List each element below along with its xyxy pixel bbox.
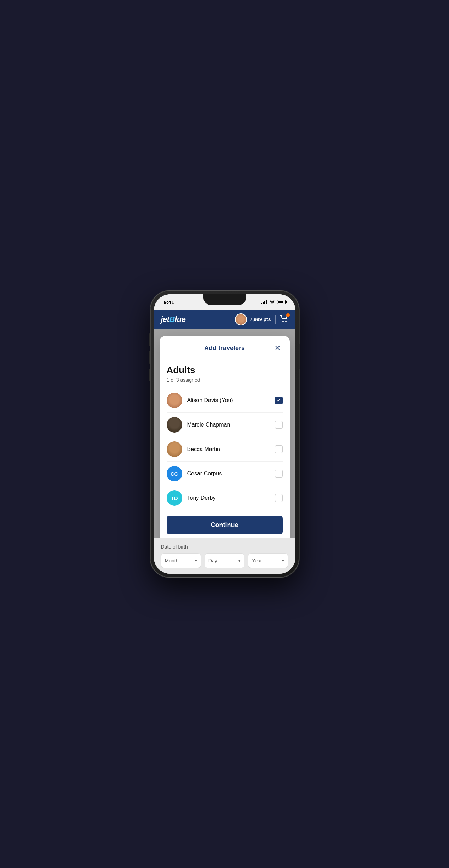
header-right: 7,999 pts (235, 313, 288, 325)
signal-icon (261, 300, 267, 304)
traveler-name-marcie: Marcie Chapman (187, 422, 275, 428)
day-chevron-down-icon: ▾ (238, 559, 241, 563)
modal-header: Add travelers ✕ (167, 343, 283, 359)
user-avatar[interactable] (235, 313, 247, 325)
header-divider (275, 315, 276, 324)
traveler-name-cesar: Cesar Corpus (187, 470, 275, 477)
avatar-becca (167, 441, 182, 457)
avatar-cc: CC (167, 466, 182, 481)
avatar-marcie (167, 417, 182, 433)
svg-point-0 (282, 321, 284, 322)
points-display: 7,999 pts (250, 317, 271, 322)
user-points: 7,999 pts (235, 313, 271, 325)
status-time: 9:41 (164, 299, 174, 305)
modal-overlay: Add travelers ✕ Adults 1 of 3 assigned A… (154, 329, 295, 574)
avatar-alison (167, 393, 182, 408)
battery-icon (277, 300, 286, 304)
continue-button[interactable]: Continue (167, 516, 283, 534)
list-item[interactable]: CC Cesar Corpus (167, 462, 283, 486)
list-item[interactable]: TD Tony Derby (167, 486, 283, 510)
checkbox-marcie[interactable] (275, 421, 283, 429)
traveler-name-alison: Alison Davis (You) (187, 397, 275, 404)
list-item[interactable]: Alison Davis (You) (167, 388, 283, 413)
year-chevron-down-icon: ▾ (282, 559, 284, 563)
checkbox-tony[interactable] (275, 494, 283, 502)
day-select[interactable]: Day ▾ (205, 553, 244, 568)
app-header: jetBlue 7,999 pts (154, 310, 295, 329)
phone-notch (203, 294, 246, 305)
cart-button[interactable] (280, 315, 288, 324)
traveler-name-tony: Tony Derby (187, 495, 275, 501)
list-item[interactable]: Becca Martin (167, 437, 283, 462)
add-travelers-modal: Add travelers ✕ Adults 1 of 3 assigned A… (160, 336, 290, 554)
assigned-status: 1 of 3 assigned (167, 377, 283, 383)
year-select[interactable]: Year ▾ (248, 553, 288, 568)
cart-notification-badge (286, 313, 290, 317)
jetblue-logo: jetBlue (161, 315, 186, 324)
traveler-list: Alison Davis (You) Marcie Chapman (167, 388, 283, 510)
month-label: Month (165, 558, 179, 563)
year-label: Year (252, 558, 262, 563)
checkbox-becca[interactable] (275, 445, 283, 453)
modal-title: Add travelers (177, 345, 273, 352)
day-label: Day (208, 558, 217, 563)
traveler-name-becca: Becca Martin (187, 446, 275, 452)
status-icons (261, 300, 286, 304)
date-of-birth-section: Date of birth Month ▾ Day ▾ Year ▾ (154, 538, 295, 574)
list-item[interactable]: Marcie Chapman (167, 413, 283, 437)
month-select[interactable]: Month ▾ (161, 553, 201, 568)
checkbox-cesar[interactable] (275, 470, 283, 478)
checkbox-alison[interactable] (275, 397, 283, 404)
section-heading: Adults (167, 365, 283, 376)
phone-screen: 9:41 (154, 294, 295, 574)
main-content: Passenger Information Add travelers ✕ Ad… (154, 329, 295, 574)
close-modal-button[interactable]: ✕ (273, 343, 283, 353)
avatar-td: TD (167, 490, 182, 506)
dob-label: Date of birth (161, 544, 288, 550)
phone-frame: 9:41 (150, 291, 299, 577)
month-chevron-down-icon: ▾ (195, 559, 197, 563)
dob-selects: Month ▾ Day ▾ Year ▾ (161, 553, 288, 568)
wifi-icon (269, 300, 275, 304)
svg-point-1 (285, 321, 287, 322)
